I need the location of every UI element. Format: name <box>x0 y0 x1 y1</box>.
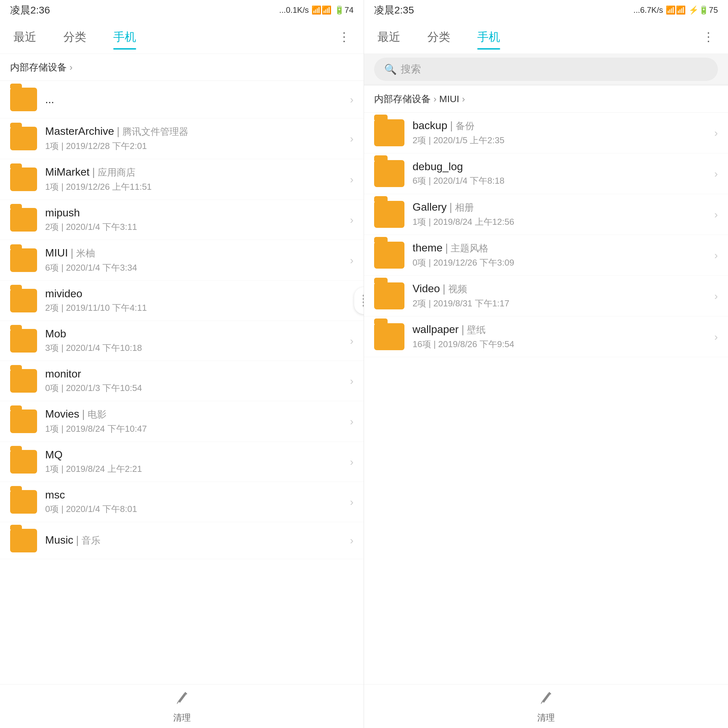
chevron-right-icon: › <box>714 127 718 139</box>
left-signal-icons: 📶📶 <box>311 5 332 15</box>
file-info: Movies|电影 1项 | 2019/8/24 下午10:47 <box>45 408 350 435</box>
file-info: MQ 1项 | 2019/8/24 上午2:21 <box>45 449 350 475</box>
folder-icon <box>10 490 37 514</box>
right-tab-recent[interactable]: 最近 <box>378 26 401 48</box>
search-input-wrap[interactable]: 🔍 搜索 <box>374 58 718 81</box>
file-info: Music|音乐 <box>45 534 350 547</box>
list-item[interactable]: wallpaper|壁纸 16项 | 2019/8/26 下午9:54 › <box>364 317 728 357</box>
chevron-right-icon: › <box>350 415 353 428</box>
right-breadcrumb-arrow2: › <box>462 94 465 104</box>
folder-icon <box>10 127 37 150</box>
file-meta: 2项 | 2020/1/5 上午2:35 <box>413 135 714 146</box>
list-item[interactable]: backup|备份 2项 | 2020/1/5 上午2:35 › <box>364 113 728 153</box>
left-clean-button[interactable]: 清理 <box>173 689 191 723</box>
file-name: Movies|电影 <box>45 408 350 421</box>
file-name: theme|主题风格 <box>413 242 714 255</box>
file-info: MasterArchive|腾讯文件管理器 1项 | 2019/12/28 下午… <box>45 125 350 152</box>
list-item[interactable]: Movies|电影 1项 | 2019/8/24 下午10:47 › <box>0 401 364 442</box>
left-clean-label: 清理 <box>173 712 191 723</box>
file-meta: 0项 | 2020/1/3 下午10:54 <box>45 382 350 394</box>
folder-icon <box>374 283 404 309</box>
right-tab-category[interactable]: 分类 <box>427 26 450 48</box>
right-tab-phone[interactable]: 手机 <box>477 26 500 48</box>
left-status-icons: ...0.1K/s 📶📶 🔋74 <box>279 5 353 15</box>
right-network: ...6.7K/s <box>633 5 663 15</box>
right-breadcrumb: 内部存储设备 › MIUI › <box>364 86 728 113</box>
right-breadcrumb-root: 内部存储设备 <box>374 93 431 106</box>
left-tab-recent[interactable]: 最近 <box>14 26 37 48</box>
left-file-list-container: ... › MasterArchive|腾讯文件管理器 1项 | 2019/12… <box>0 81 364 684</box>
file-meta: 0项 | 2020/1/4 下午8:01 <box>45 503 350 515</box>
left-battery: 🔋74 <box>334 5 353 15</box>
list-item[interactable]: Mob 3项 | 2020/1/4 下午10:18 › <box>0 321 364 361</box>
list-item[interactable]: Gallery|相册 1项 | 2019/8/24 上午12:56 › <box>364 194 728 235</box>
file-info: monitor 0项 | 2020/1/3 下午10:54 <box>45 368 350 394</box>
right-status-bar: 凌晨2:35 ...6.7K/s 📶📶 ⚡🔋75 <box>364 0 728 20</box>
folder-icon <box>10 88 37 111</box>
chevron-right-icon: › <box>350 335 353 347</box>
left-tab-category[interactable]: 分类 <box>63 26 86 48</box>
file-name: monitor <box>45 368 350 380</box>
right-clean-button[interactable]: 清理 <box>537 689 555 723</box>
file-name: mivideo <box>45 288 353 300</box>
list-item[interactable]: monitor 0项 | 2020/1/3 下午10:54 › <box>0 361 364 401</box>
scroll-handle[interactable] <box>354 287 364 314</box>
file-meta: 2项 | 2019/11/10 下午4:11 <box>45 302 353 314</box>
file-info: Mob 3项 | 2020/1/4 下午10:18 <box>45 327 350 354</box>
right-time: 凌晨2:35 <box>374 3 414 17</box>
search-icon: 🔍 <box>384 63 397 75</box>
right-bottom-bar: 清理 <box>364 684 728 728</box>
search-placeholder: 搜索 <box>401 62 421 76</box>
list-item[interactable]: Music|音乐 › <box>0 522 364 559</box>
list-item[interactable]: MiMarket|应用商店 1项 | 2019/12/26 上午11:51 › <box>0 159 364 200</box>
right-more-menu[interactable]: ⋮ <box>702 30 714 44</box>
file-name: Gallery|相册 <box>413 201 714 214</box>
chevron-right-icon: › <box>350 254 353 267</box>
right-signal-icons: 📶📶 <box>666 5 686 15</box>
left-more-menu[interactable]: ⋮ <box>338 30 350 44</box>
scroll-handle-dot <box>362 305 364 307</box>
list-item[interactable]: MasterArchive|腾讯文件管理器 1项 | 2019/12/28 下午… <box>0 118 364 159</box>
file-info: debug_log 6项 | 2020/1/4 下午8:18 <box>413 161 714 187</box>
list-item[interactable]: MIUI|米柚 6项 | 2020/1/4 下午3:34 › <box>0 240 364 281</box>
left-breadcrumb: 内部存储设备 › <box>0 54 364 81</box>
broom-icon <box>538 689 554 709</box>
right-file-list-container: backup|备份 2项 | 2020/1/5 上午2:35 › debug_l… <box>364 113 728 684</box>
scroll-handle-dot <box>362 301 364 303</box>
right-nav-bar: 最近 分类 手机 ⋮ <box>364 20 728 54</box>
file-info: wallpaper|壁纸 16项 | 2019/8/26 下午9:54 <box>413 323 714 350</box>
file-info: Gallery|相册 1项 | 2019/8/24 上午12:56 <box>413 201 714 228</box>
list-item[interactable]: ... › <box>0 81 364 118</box>
left-tab-phone[interactable]: 手机 <box>113 26 136 48</box>
list-item[interactable]: MQ 1项 | 2019/8/24 上午2:21 › <box>0 442 364 482</box>
list-item[interactable]: msc 0项 | 2020/1/4 下午8:01 › <box>0 482 364 522</box>
file-info: backup|备份 2项 | 2020/1/5 上午2:35 <box>413 119 714 146</box>
chevron-right-icon: › <box>350 93 353 106</box>
left-nav-bar: 最近 分类 手机 ⋮ <box>0 20 364 54</box>
file-meta: 6项 | 2020/1/4 下午3:34 <box>45 262 350 274</box>
file-name: msc <box>45 489 350 501</box>
chevron-right-icon: › <box>350 173 353 186</box>
folder-icon <box>374 242 404 269</box>
left-network: ...0.1K/s <box>279 5 309 15</box>
file-meta: 6项 | 2020/1/4 下午8:18 <box>413 175 714 187</box>
folder-icon <box>10 168 37 191</box>
left-file-list: ... › MasterArchive|腾讯文件管理器 1项 | 2019/12… <box>0 81 364 559</box>
list-item[interactable]: theme|主题风格 0项 | 2019/12/26 下午3:09 › <box>364 235 728 276</box>
folder-icon <box>10 450 37 474</box>
file-meta: 16项 | 2019/8/26 下午9:54 <box>413 338 714 350</box>
file-info: mivideo 2项 | 2019/11/10 下午4:11 <box>45 288 353 314</box>
list-item[interactable]: debug_log 6项 | 2020/1/4 下午8:18 › <box>364 153 728 194</box>
chevron-right-icon: › <box>350 534 353 547</box>
left-breadcrumb-root: 内部存储设备 <box>10 61 67 74</box>
folder-icon <box>10 529 37 552</box>
folder-icon <box>10 208 37 231</box>
left-bottom-bar: 清理 <box>0 684 364 728</box>
file-name: Video|视频 <box>413 283 714 295</box>
file-name: backup|备份 <box>413 119 714 133</box>
file-info: MiMarket|应用商店 1项 | 2019/12/26 上午11:51 <box>45 166 350 193</box>
list-item[interactable]: mivideo 2项 | 2019/11/10 下午4:11 <box>0 281 364 321</box>
list-item[interactable]: Video|视频 2项 | 2019/8/31 下午1:17 › <box>364 276 728 317</box>
list-item[interactable]: mipush 2项 | 2020/1/4 下午3:11 › <box>0 200 364 240</box>
folder-icon <box>10 329 37 353</box>
